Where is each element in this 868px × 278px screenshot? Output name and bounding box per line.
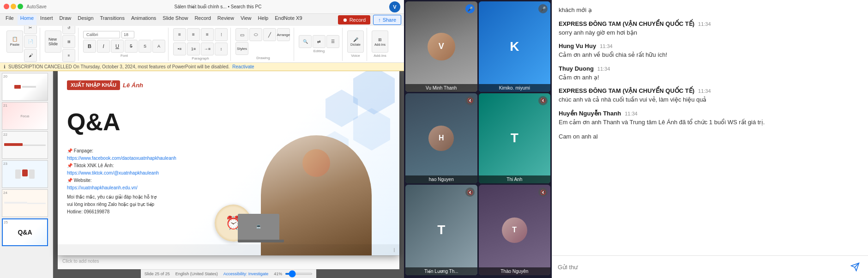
menu-endnote[interactable]: EndNote X9	[272, 15, 305, 25]
powerpoint-app: AutoSave Sálen thiết buổi chính s... • S…	[0, 0, 404, 278]
shadow-button[interactable]: S	[139, 40, 151, 53]
menu-transitions[interactable]: Transitions	[97, 15, 127, 25]
chat-message-express-2: EXPRESS ĐÔNG TAM (VẬN CHUYỂN QUỐC TẾ) 11…	[559, 87, 862, 104]
video-avatar-1: K	[479, 1, 551, 92]
shape-line-button[interactable]: ╱	[263, 28, 276, 41]
menu-bar: File Home Insert Draw Design Transitions…	[0, 14, 404, 26]
menu-design[interactable]: Design	[75, 15, 96, 25]
align-right-button[interactable]: ≡	[201, 28, 214, 41]
strikethrough-button[interactable]: S̶	[125, 40, 138, 53]
underline-button[interactable]: U	[111, 40, 124, 53]
chat-header-hung: Hung Vu Huy 11:34	[559, 42, 862, 49]
minimize-btn[interactable]	[11, 4, 16, 9]
video-cell-thi-anh[interactable]: T 🔇 Thi Anh	[479, 93, 551, 184]
video-cell-kimiko[interactable]: K 🎤 Kimiko. miyumi	[479, 1, 551, 92]
menu-animations[interactable]: Animations	[128, 15, 159, 25]
menu-review[interactable]: Review	[215, 15, 237, 25]
find-button[interactable]: 🔍	[299, 35, 312, 48]
slide-thumb-25[interactable]: 25 Q&A	[2, 218, 48, 246]
layout-button[interactable]: ⊞	[62, 35, 75, 48]
slide-notes-area[interactable]: Click to add notes	[58, 255, 399, 269]
columns-button[interactable]: ⫶	[215, 28, 228, 41]
video-feed-5: T	[479, 185, 551, 275]
chat-input-area	[552, 255, 868, 278]
chat-text-hung: Cảm ơn anh về buổi chia sẻ rất hữu ích!	[559, 50, 862, 60]
video-cell-hao-nguyen[interactable]: H 🔇 hao Nguyen	[405, 93, 477, 184]
menu-record[interactable]: Record	[192, 15, 213, 25]
reactivate-link[interactable]: Reactivate	[232, 64, 254, 69]
chat-input-field[interactable]	[558, 264, 844, 271]
slide-thumb-24[interactable]: 24	[2, 189, 48, 217]
close-btn[interactable]	[4, 4, 9, 9]
maximize-btn[interactable]	[18, 4, 23, 9]
slide-thumb-22[interactable]: 22	[2, 131, 48, 159]
addins-button[interactable]: ⊞Add-Ins	[372, 30, 388, 53]
slide-thumb-20[interactable]: 20	[2, 73, 48, 101]
ribbon-editing: 🔍 ⇄ ☰ Editing	[296, 28, 343, 61]
menu-slideshow[interactable]: Slide Show	[160, 15, 191, 25]
bold-button[interactable]: B	[83, 40, 96, 53]
chat-text-express-1: sorry anh này giờ em hơi bận	[559, 28, 862, 37]
section-button[interactable]: ≡	[62, 49, 75, 62]
format-paint-button[interactable]: 🖌	[24, 49, 37, 62]
font-size-select[interactable]: 18	[121, 31, 134, 38]
zoom-slider[interactable]	[285, 273, 313, 275]
slide-mini-22	[2, 132, 48, 158]
spacing-button[interactable]: ↕	[215, 42, 228, 55]
align-left-button[interactable]: ≡	[173, 28, 186, 41]
shape-rect-button[interactable]: ▭	[235, 28, 248, 41]
dictate-button[interactable]: 🎤Dictate	[347, 30, 364, 53]
indent-button[interactable]: →≡	[201, 42, 214, 55]
chat-text-huyen: Em cảm ơn anh Thanh và Trung tâm Lê Ánh …	[559, 118, 862, 127]
arrange-button[interactable]: Arrange	[277, 28, 290, 41]
slide-canvas[interactable]: XUẤT NHẬP KHẨU Lê Ánh Q&A 📌 Fanpage: htt…	[58, 71, 399, 255]
replace-button[interactable]: ⇄	[313, 35, 326, 48]
content-line-4: 📌 Website:	[67, 177, 176, 184]
font-name-select[interactable]: Calibri	[83, 31, 120, 38]
menu-insert[interactable]: Insert	[37, 15, 56, 25]
record-button[interactable]: ⏺ Record	[338, 15, 370, 24]
content-line-2: 📌 Tiktok XNK Lê Ánh:	[67, 162, 176, 169]
video-cell-tien-luong[interactable]: T 🔇 Tiến Lương Th...	[405, 185, 477, 275]
chat-message-khach-moi: khách mới ạ	[559, 6, 862, 15]
quick-styles-button[interactable]: Styles	[235, 42, 248, 55]
slide-mini-25: Q&A	[3, 219, 47, 245]
menu-home[interactable]: Home	[18, 15, 36, 25]
italic-button[interactable]: I	[97, 40, 110, 53]
slide-thumb-21[interactable]: 21 Focus	[2, 102, 48, 130]
slide-num-21: 21	[3, 103, 7, 108]
bullet-button[interactable]: •≡	[173, 42, 186, 55]
select-button[interactable]: ☰	[326, 35, 339, 48]
menu-file[interactable]: File	[3, 15, 17, 25]
reset-button[interactable]: ↺	[62, 26, 75, 34]
numbering-button[interactable]: 1≡	[187, 42, 200, 55]
menu-draw[interactable]: Draw	[57, 15, 74, 25]
video-cell-thao-nguyen[interactable]: T 🔇 Thào Nguyên	[479, 185, 551, 275]
accessibility-info[interactable]: Accessibility: Investigate	[223, 272, 269, 276]
slide-thumb-23[interactable]: 23	[2, 160, 48, 188]
video-name-5: Thào Nguyên	[479, 267, 551, 275]
content-line-3: https://www.tiktok.com/@xuatnhapkhaulean…	[67, 169, 176, 177]
menu-help[interactable]: Help	[255, 15, 271, 25]
send-button[interactable]	[848, 260, 862, 274]
share-button[interactable]: ↑ Share	[373, 15, 401, 25]
video-cell-vu-minh-thanh[interactable]: V 🎤 Vu Minh Thanh	[405, 1, 477, 92]
notif-text: SUBSCRIPTION CANCELLED On Thursday, Octo…	[8, 64, 229, 69]
notif-icon: ℹ	[4, 64, 6, 69]
voice-label: Voice	[351, 54, 360, 58]
fontcolor-button[interactable]: A	[152, 40, 165, 53]
user-avatar: V	[389, 1, 400, 12]
mute-icon-1: 🎤	[538, 4, 548, 13]
menu-view[interactable]: View	[238, 15, 254, 25]
video-name-0: Vu Minh Thanh	[405, 84, 477, 92]
slide-info: Slide 25 of 25	[145, 272, 170, 276]
shape-oval-button[interactable]: ⬭	[249, 28, 262, 41]
content-line-8: Hotline: 0966199878	[67, 208, 176, 216]
copy-button[interactable]: 📄	[24, 35, 37, 48]
new-slide-button[interactable]: NewSlide	[45, 30, 61, 53]
cut-button[interactable]: ✂	[24, 26, 37, 34]
chat-message-thuy-duong: Thuy Duong 11:34 Cảm ơn anh ạ!	[559, 65, 862, 82]
window-controls[interactable]	[4, 4, 23, 10]
paste-button[interactable]: 📋Paste	[6, 30, 23, 53]
align-center-button[interactable]: ≡	[187, 28, 200, 41]
